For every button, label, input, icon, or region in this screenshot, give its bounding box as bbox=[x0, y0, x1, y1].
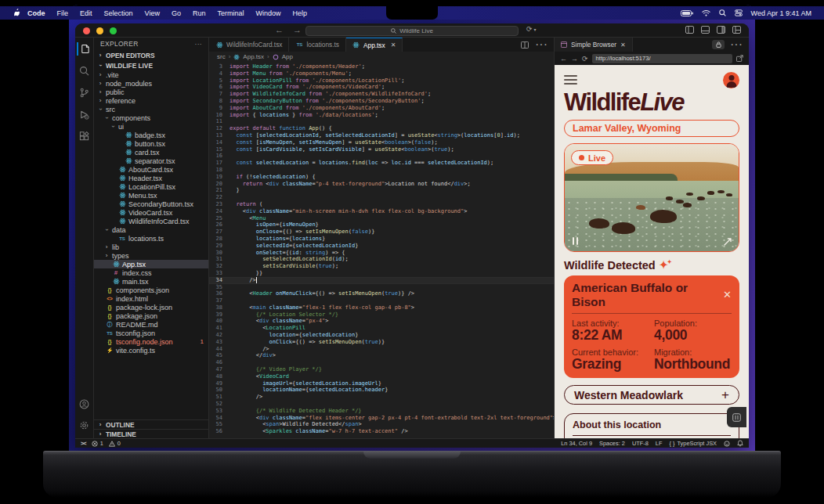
history-forward-icon[interactable]: → bbox=[293, 25, 302, 34]
search-sidebar-icon[interactable] bbox=[77, 64, 92, 77]
extensions-icon[interactable] bbox=[77, 130, 92, 143]
code-line-35[interactable]: 35 bbox=[209, 284, 554, 291]
spotlight-icon[interactable] bbox=[719, 9, 726, 16]
file-Menu.tsx[interactable]: Menu.tsx bbox=[94, 191, 208, 200]
settings-gear-icon[interactable] bbox=[77, 419, 92, 432]
split-editor-icon[interactable] bbox=[521, 41, 529, 49]
code-line-29[interactable]: 29 selectedId={selectedLocationId} bbox=[209, 243, 554, 250]
file-tsconfig.node.json[interactable]: {}tsconfig.node.json1 bbox=[94, 337, 208, 346]
code-line-42[interactable]: 42 location={selectedLocation} bbox=[209, 332, 554, 339]
menu-hamburger-icon[interactable] bbox=[564, 75, 577, 84]
remote-indicator-icon[interactable]: >< bbox=[81, 440, 86, 447]
file-vite.config.ts[interactable]: ⚡vite.config.ts bbox=[94, 346, 208, 355]
code-line-47[interactable]: 47 {/* Video Player */} bbox=[209, 366, 554, 373]
simple-browser-tab[interactable]: Simple Browser ✕ bbox=[555, 38, 633, 52]
breadcrumb[interactable]: src › App.tsx › App bbox=[209, 52, 554, 62]
code-line-37[interactable]: 37 bbox=[209, 297, 554, 304]
code-line-23[interactable]: 23 return ( bbox=[209, 201, 554, 208]
code-line-56[interactable]: 56 <Sparkles className="w-7 h-7 text-acc… bbox=[209, 428, 554, 435]
more-actions-icon[interactable]: ··· bbox=[535, 38, 548, 52]
menu-file[interactable]: File bbox=[57, 9, 69, 17]
tab-App.tsx[interactable]: App.tsx✕ bbox=[346, 38, 403, 52]
code-line-33[interactable]: 33 }} bbox=[209, 270, 554, 277]
code-line-19[interactable]: 19 if (!selectedLocation) { bbox=[209, 174, 554, 181]
minimize-window-button[interactable] bbox=[96, 27, 103, 34]
problems-warnings[interactable]: 0 bbox=[109, 440, 121, 447]
folder-data[interactable]: ›data bbox=[94, 225, 208, 234]
project-root-section[interactable]: › WILDLIFE LIVE bbox=[94, 60, 208, 70]
code-line-55[interactable]: 55 <span>Wildlife Detected</span> bbox=[209, 421, 554, 428]
code-line-50[interactable]: 50 locationName={selectedLocation.header… bbox=[209, 387, 554, 394]
file-button.tsx[interactable]: button.tsx bbox=[94, 139, 208, 148]
code-line-3[interactable]: 3import Header from './components/Header… bbox=[209, 63, 554, 70]
menu-go[interactable]: Go bbox=[172, 9, 181, 17]
code-line-6[interactable]: 6import VideoCard from './components/Vid… bbox=[209, 84, 554, 91]
close-window-button[interactable] bbox=[83, 27, 90, 34]
toggle-panel-icon[interactable] bbox=[701, 26, 710, 34]
file-SecondaryButton.tsx[interactable]: SecondaryButton.tsx bbox=[94, 200, 208, 208]
zoom-window-button[interactable] bbox=[110, 27, 117, 34]
cursor-position[interactable]: Ln 34, Col 9 bbox=[561, 440, 592, 447]
tab-locations.ts[interactable]: TSlocations.ts bbox=[289, 38, 346, 52]
browser-forward-icon[interactable]: → bbox=[571, 55, 578, 63]
code-line-49[interactable]: 49 imageUrl={selectedLocation.imageUrl} bbox=[209, 380, 554, 387]
file-App.tsx[interactable]: App.tsx bbox=[94, 260, 208, 268]
folder-public[interactable]: ›public bbox=[94, 88, 208, 96]
browser-overlay-button[interactable] bbox=[727, 407, 746, 427]
file-index.css[interactable]: #index.css bbox=[94, 268, 208, 277]
location-pill[interactable]: Lamar Valley, Wyoming bbox=[564, 120, 739, 137]
file-locations.ts[interactable]: TSlocations.ts bbox=[94, 234, 208, 243]
code-line-41[interactable]: 41 <LocationPill bbox=[209, 325, 554, 332]
eol[interactable]: LF bbox=[656, 440, 663, 447]
file-VideoCard.tsx[interactable]: VideoCard.tsx bbox=[94, 208, 208, 217]
language-mode[interactable]: { }TypeScript JSX bbox=[669, 440, 717, 447]
breadcrumb-src[interactable]: src bbox=[217, 53, 226, 60]
next-species-pill[interactable]: Western Meadowlark + bbox=[564, 385, 739, 405]
lock-icon[interactable] bbox=[712, 40, 725, 49]
file-main.tsx[interactable]: main.tsx bbox=[94, 277, 208, 286]
code-line-54[interactable]: 54 <div className="flex items-center gap… bbox=[209, 415, 554, 422]
file-package-lock.json[interactable]: {}package-lock.json bbox=[94, 303, 208, 311]
code-line-32[interactable]: 32 setIsCardVisible(true); bbox=[209, 263, 554, 270]
close-tab-icon[interactable]: ✕ bbox=[620, 41, 626, 49]
file-components.json[interactable]: {}components.json bbox=[94, 286, 208, 294]
menubar-clock[interactable]: Wed Apr 1 9:41 AM bbox=[751, 9, 811, 17]
browser-back-icon[interactable]: ← bbox=[560, 55, 567, 63]
panel-more-icon[interactable]: ··· bbox=[730, 38, 743, 52]
open-external-icon[interactable] bbox=[736, 55, 743, 62]
code-line-11[interactable]: 11 bbox=[209, 118, 554, 125]
code-line-14[interactable]: 14 const [isMenuOpen, setIsMenuOpen] = u… bbox=[209, 139, 554, 146]
file-tsconfig.json[interactable]: TStsconfig.json bbox=[94, 329, 208, 337]
file-AboutCard.tsx[interactable]: AboutCard.tsx bbox=[94, 165, 208, 174]
encoding[interactable]: UTF-8 bbox=[632, 440, 649, 447]
source-control-icon[interactable] bbox=[77, 86, 92, 99]
code-lines[interactable]: 3import Header from './components/Header… bbox=[209, 62, 554, 438]
control-center-icon[interactable] bbox=[735, 9, 743, 16]
code-line-12[interactable]: 12export default function App() { bbox=[209, 125, 554, 132]
file-package.json[interactable]: {}package.json bbox=[94, 311, 208, 320]
code-line-38[interactable]: 38 <main className="flex-1 flex flex-col… bbox=[209, 304, 554, 311]
url-field[interactable]: http://localhost:5173/ bbox=[592, 54, 732, 63]
code-line-34[interactable]: 34 /> bbox=[209, 277, 554, 284]
code-line-36[interactable]: 36 <Header onMenuClick={() => setIsMenuO… bbox=[209, 290, 554, 297]
breadcrumb-symbol[interactable]: App bbox=[282, 53, 293, 60]
code-line-53[interactable]: 53 {/* Wildlife Detected Header */} bbox=[209, 408, 554, 415]
run-debug-icon[interactable] bbox=[77, 108, 92, 121]
tab-WildlifeInfoCard.tsx[interactable]: WildlifeInfoCard.tsx bbox=[209, 38, 289, 52]
code-line-26[interactable]: 26 isOpen={isMenuOpen} bbox=[209, 221, 554, 229]
menu-run[interactable]: Run bbox=[193, 9, 206, 17]
avatar[interactable] bbox=[723, 72, 739, 88]
code-line-40[interactable]: 40 <div className="px-4"> bbox=[209, 318, 554, 325]
pause-icon[interactable] bbox=[573, 237, 578, 245]
code-line-22[interactable]: 22 bbox=[209, 194, 554, 201]
code-line-30[interactable]: 30 onSelect={(id: string) => { bbox=[209, 250, 554, 257]
file-WildlifeInfoCard.tsx[interactable]: WildlifeInfoCard.tsx bbox=[94, 217, 208, 225]
folder-src[interactable]: ›src bbox=[94, 105, 208, 113]
code-line-45[interactable]: 45 </div> bbox=[209, 352, 554, 359]
command-center-search[interactable]: Wildlife Live bbox=[305, 26, 519, 36]
code-line-46[interactable]: 46 bbox=[209, 359, 554, 366]
code-line-24[interactable]: 24 <div className="min-h-screen min-h-dv… bbox=[209, 208, 554, 215]
code-line-4[interactable]: 4import Menu from './components/Menu'; bbox=[209, 70, 554, 77]
code-line-7[interactable]: 7import WildlifeInfoCard from './compone… bbox=[209, 91, 554, 98]
folder-.vite[interactable]: ›.vite bbox=[94, 70, 208, 79]
